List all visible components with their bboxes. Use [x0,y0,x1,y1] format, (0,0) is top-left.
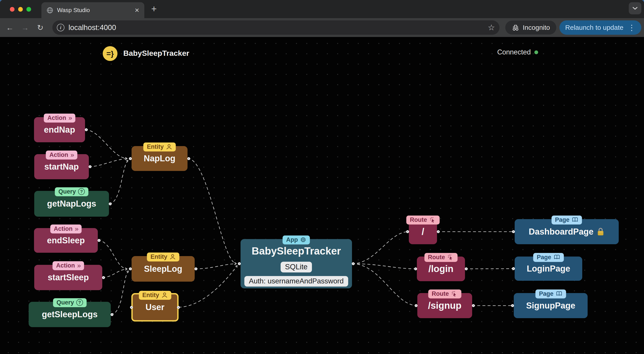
port-left[interactable] [406,230,409,233]
port-right[interactable] [98,239,100,242]
browser-tab[interactable]: Wasp Studio ✕ [42,2,144,18]
edge-getSleepLogs-SleepLog [111,271,128,314]
new-tab-button[interactable]: + [148,3,160,15]
bookmark-star-icon[interactable]: ☆ [488,24,495,32]
browser-window: Wasp Studio ✕ + ← → ↻ i localhost:4000 ☆ [0,0,644,354]
badge-label: Action [48,114,66,121]
entity-badge: Entity [143,142,176,151]
node-label: endSleep [47,236,85,245]
port-left[interactable] [414,268,417,270]
node-page-SignupPage[interactable]: Page SignupPage [514,293,588,318]
port-right[interactable] [194,268,197,270]
port-right[interactable] [177,306,180,309]
node-entity-User[interactable]: Entity User [131,293,178,321]
reload-button[interactable]: ↻ [35,22,45,33]
edge-App-login [352,264,417,269]
relaunch-to-update-button[interactable]: Relaunch to update ⋮ [560,20,641,35]
browser-menu-kebab-icon[interactable]: ⋮ [628,24,636,31]
close-tab-button[interactable]: ✕ [134,8,140,13]
action-badge: Action» [46,150,78,159]
back-button[interactable]: ← [5,22,15,33]
badge-label: Page [555,216,570,223]
app-canvas[interactable]: =} BabySleepTracker Connected [0,37,644,354]
node-label: User [146,302,164,312]
node-action-startNap[interactable]: Action» startNap [34,154,89,179]
port-left[interactable] [512,230,515,233]
forward-button[interactable]: → [20,22,30,33]
badge-label: Action [50,151,68,158]
chevrons-right-icon: » [77,262,80,269]
port-right[interactable] [472,304,475,307]
node-route-root[interactable]: Route / [409,219,437,244]
node-query-getSleepLogs[interactable]: Query? getSleepLogs [29,302,111,327]
badge-label: Query [58,188,76,195]
node-action-startSleep[interactable]: Action» startSleep [34,265,102,290]
site-info-icon[interactable]: i [57,24,64,31]
port-left[interactable] [511,304,514,307]
entity-badge: Entity [139,291,171,300]
node-entity-NapLog[interactable]: Entity NapLog [132,146,188,171]
port-right[interactable] [88,165,92,168]
query-badge: Query? [53,298,86,307]
node-action-endNap[interactable]: Action» endNap [34,117,85,142]
tab-search-chevron-button[interactable] [629,2,641,14]
port-right[interactable] [437,230,440,233]
node-route-login[interactable]: Route /login [417,257,465,281]
node-route-signup[interactable]: Route /signup [417,293,472,318]
port-left[interactable] [512,267,515,270]
close-window-button[interactable] [10,7,14,12]
port-right[interactable] [187,157,190,160]
badge-label: Entity [147,143,164,150]
node-label: BabySleepTracker [252,245,341,257]
app-badge: App [282,236,310,244]
person-icon [170,254,176,260]
badge-label: Action [56,262,75,269]
port-right[interactable] [352,262,355,265]
browser-tab-strip: Wasp Studio ✕ + [0,0,644,18]
node-label: startSleep [48,273,89,282]
cursor-click-icon [451,290,458,297]
node-label: getSleepLogs [42,310,98,319]
port-left[interactable] [129,268,132,270]
minimize-window-button[interactable] [18,7,23,12]
port-left[interactable] [129,157,132,160]
page-badge: Page [551,216,582,225]
url-text: localhost:4000 [68,23,488,32]
action-badge: Action» [44,114,76,123]
port-right[interactable] [110,313,114,316]
chevrons-right-icon: » [70,151,74,158]
badge-label: Page [537,254,551,261]
edge-endSleep-SleepLog [98,240,127,269]
node-label: endNap [44,125,75,135]
port-right[interactable] [85,128,88,131]
question-circle-icon: ? [78,188,85,195]
port-right[interactable] [102,276,105,279]
port-right[interactable] [465,268,468,270]
edge-SleepLog-App [195,264,236,269]
badge-label: Route [432,290,449,297]
node-label: DashboardPage [529,227,604,237]
badge-label: Entity [150,253,167,260]
window-controls [10,7,31,12]
chip-icon [300,237,306,243]
port-left[interactable] [130,306,133,309]
status-dot-icon [534,50,538,54]
node-entity-SleepLog[interactable]: Entity SleepLog [132,256,195,282]
node-page-LoginPage[interactable]: Page LoginPage [515,257,582,281]
port-left[interactable] [415,304,418,307]
edge-login-LoginPage [465,269,515,269]
node-label: /login [428,263,454,274]
person-icon [161,292,168,298]
node-page-DashboardPage[interactable]: Page DashboardPage [515,219,619,244]
node-query-getNapLogs[interactable]: Query? getNapLogs [34,191,109,217]
edge-App-root [352,232,409,264]
address-bar[interactable]: i localhost:4000 ☆ [52,20,500,35]
edge-NapLog-App [188,158,236,263]
node-action-endSleep[interactable]: Action» endSleep [34,228,98,253]
zoom-window-button[interactable] [26,7,31,12]
action-badge: Action» [52,261,84,270]
port-left[interactable] [238,262,241,265]
chevrons-right-icon: » [68,114,72,121]
port-right[interactable] [109,202,112,205]
node-app-BabySleepTracker[interactable]: App BabySleepTracker SQLite Auth: userna… [240,239,352,288]
